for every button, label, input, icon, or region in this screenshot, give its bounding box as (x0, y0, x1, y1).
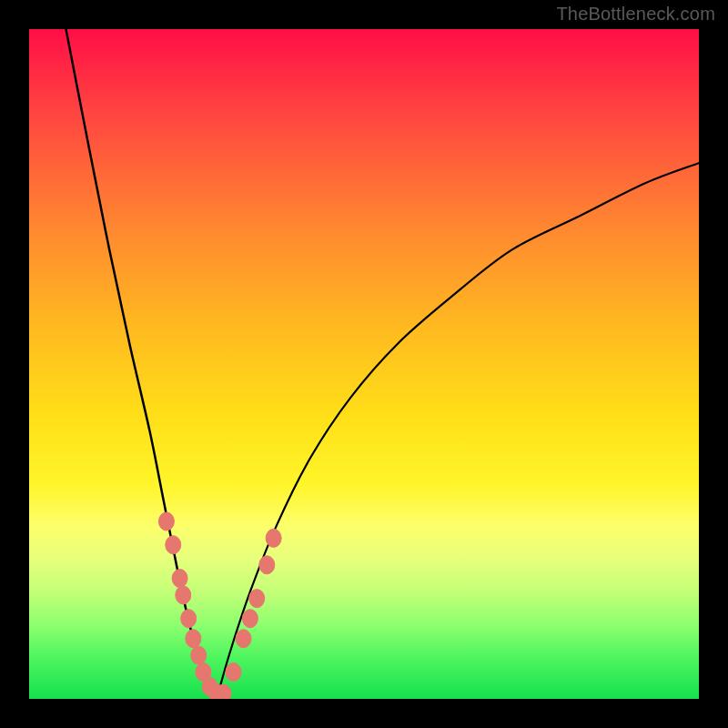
scatter-dot (226, 663, 241, 682)
scatter-dot (181, 610, 197, 628)
scatter-group (158, 512, 281, 699)
right-curve (217, 163, 699, 699)
scatter-dot (158, 512, 174, 531)
plot-area (29, 29, 699, 699)
scatter-dot (266, 529, 281, 547)
chart-frame: TheBottleneck.com (0, 0, 728, 728)
scatter-dot (242, 610, 258, 628)
left-curve (66, 29, 217, 699)
scatter-dot (166, 536, 181, 554)
scatter-dot (236, 630, 251, 648)
scatter-dot (191, 646, 207, 664)
scatter-dot (249, 590, 265, 608)
curves-svg (29, 29, 699, 699)
scatter-dot (216, 684, 231, 699)
scatter-dot (186, 630, 201, 648)
scatter-dot (259, 556, 275, 574)
watermark-text: TheBottleneck.com (556, 4, 715, 25)
scatter-dot (176, 586, 191, 604)
scatter-dot (172, 570, 187, 588)
